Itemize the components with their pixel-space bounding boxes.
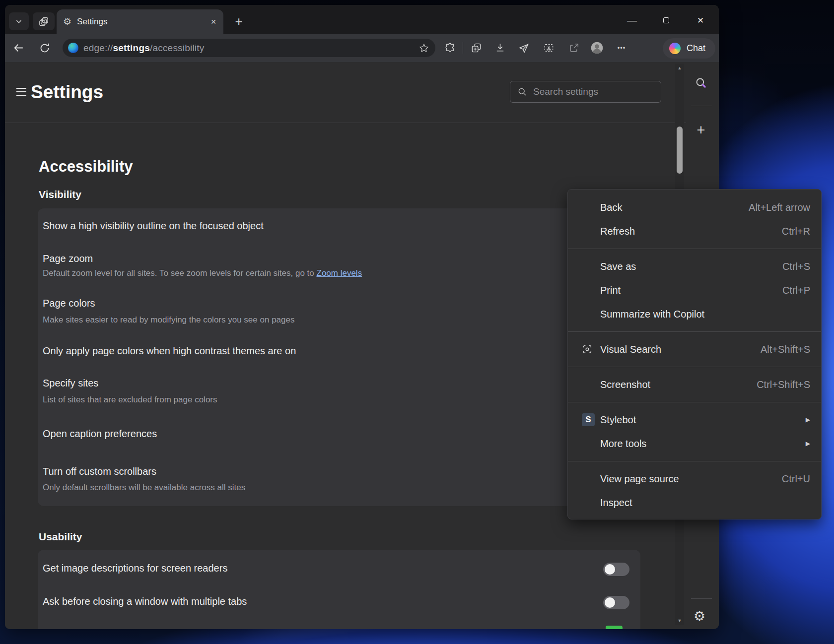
collections-button[interactable]	[470, 34, 482, 62]
screenshot-scissors-icon	[543, 42, 555, 54]
page-title: Settings	[31, 82, 103, 103]
window-close-button[interactable]: ✕	[689, 10, 712, 30]
zoom-levels-link[interactable]: Zoom levels	[317, 268, 362, 278]
rail-divider-bottom	[691, 598, 712, 599]
menu-item-inspect[interactable]: Inspect	[568, 491, 821, 515]
navigation-bar: edge://settings/accessibility	[5, 34, 719, 62]
active-tab[interactable]: ⚙ Settings ✕	[57, 9, 223, 34]
minimize-icon: —	[627, 15, 637, 26]
sidebar-add-button[interactable]: +	[694, 123, 708, 137]
settings-search-input[interactable]: Search settings	[510, 81, 661, 103]
extensions-button[interactable]	[444, 34, 456, 62]
url-path: /accessibility	[150, 43, 204, 53]
menu-item-more-tools[interactable]: More tools ▶	[568, 432, 821, 455]
web-capture-button[interactable]	[543, 34, 555, 62]
star-icon	[418, 43, 429, 54]
sidebar-settings-button[interactable]: ⚙	[692, 609, 707, 624]
menu-item-summarize-copilot[interactable]: Summarize with Copilot	[568, 302, 821, 326]
url-scheme: edge://	[83, 43, 113, 53]
setting-row-ask-before-closing: Ask before closing a window with multipl…	[43, 596, 247, 607]
window-minimize-button[interactable]: —	[621, 10, 643, 30]
setting-row-specify-sites[interactable]: Specify sites	[43, 378, 98, 389]
scroll-up-icon[interactable]: ▲	[675, 65, 684, 70]
puzzle-icon	[444, 42, 456, 54]
setting-row-image-descriptions: Get image descriptions for screen reader…	[43, 563, 227, 574]
usability-card: Get image descriptions for screen reader…	[38, 550, 640, 629]
download-icon	[494, 42, 506, 54]
back-button[interactable]	[12, 34, 25, 62]
gear-icon: ⚙	[694, 608, 705, 624]
menu-separator	[568, 367, 821, 367]
setting-row-high-visibility-outline[interactable]: Show a high visibility outline on the fo…	[43, 220, 264, 232]
visibility-card: Show a high visibility outline on the fo…	[38, 208, 640, 506]
header-divider	[5, 123, 686, 123]
menu-item-screenshot[interactable]: Screenshot Ctrl+Shift+S	[568, 373, 821, 396]
settings-menu-button[interactable]	[16, 88, 26, 96]
tab-favicon-gear-icon: ⚙	[63, 17, 71, 26]
ellipsis-icon: •••	[618, 44, 626, 52]
stylebot-icon: S	[582, 413, 595, 426]
share-button[interactable]	[568, 34, 580, 62]
plus-icon: +	[697, 122, 705, 138]
tab-search-dropdown-button[interactable]	[9, 12, 29, 30]
avatar	[590, 41, 604, 55]
collections-icon	[471, 42, 482, 54]
visibility-heading: Visibility	[39, 189, 81, 200]
rail-divider-top	[691, 106, 712, 106]
workspaces-button[interactable]	[33, 12, 55, 30]
refresh-button[interactable]	[38, 34, 52, 62]
send-to-devices-button[interactable]	[518, 34, 530, 62]
workspaces-icon	[38, 16, 50, 27]
sidebar-search-button[interactable]	[694, 76, 708, 90]
profile-button[interactable]	[590, 34, 604, 62]
menu-item-view-page-source[interactable]: View page source Ctrl+U	[568, 467, 821, 491]
image-descriptions-toggle[interactable]	[603, 563, 629, 576]
tab-close-icon[interactable]: ✕	[210, 18, 216, 26]
scroll-down-icon[interactable]: ▼	[675, 618, 684, 623]
plus-icon: +	[235, 14, 242, 29]
back-arrow-icon	[12, 42, 25, 54]
search-placeholder: Search settings	[533, 86, 598, 97]
custom-scrollbars-description: Only default scrollbars will be availabl…	[43, 483, 245, 493]
url-text[interactable]: edge://settings/accessibility	[83, 43, 418, 54]
url-host: settings	[113, 43, 150, 53]
chat-label: Chat	[687, 43, 705, 54]
menu-separator	[568, 331, 821, 332]
menu-item-back[interactable]: Back Alt+Left arrow	[568, 195, 821, 219]
copilot-logo-icon	[669, 43, 681, 54]
share-icon	[568, 42, 580, 54]
more-options-button[interactable]: •••	[615, 34, 628, 62]
setting-row-caption-preferences[interactable]: Open caption preferences	[43, 428, 157, 440]
address-bar[interactable]: edge://settings/accessibility	[63, 39, 435, 57]
specify-sites-description: List of sites that are excluded from pag…	[43, 395, 217, 405]
window-maximize-button[interactable]	[655, 10, 678, 30]
chevron-down-icon	[13, 16, 24, 27]
setting-row-only-apply-page-colors[interactable]: Only apply page colors when high contras…	[43, 345, 296, 357]
partial-toggle-on[interactable]	[606, 626, 623, 629]
menu-item-print[interactable]: Print Ctrl+P	[568, 278, 821, 302]
menu-item-visual-search[interactable]: Visual Search Alt+Shift+S	[568, 337, 821, 361]
edge-logo-icon	[68, 43, 78, 53]
new-tab-button[interactable]: +	[229, 12, 248, 31]
submenu-arrow-icon: ▶	[806, 440, 810, 447]
downloads-button[interactable]	[494, 34, 506, 62]
scrollbar-thumb[interactable]	[677, 127, 683, 174]
menu-item-save-as[interactable]: Save as Ctrl+S	[568, 255, 821, 278]
toggle-knob	[605, 597, 615, 608]
accessibility-heading: Accessibility	[39, 158, 133, 176]
page-colors-description: Make sites easier to read by modifying t…	[43, 315, 294, 325]
ask-before-closing-toggle[interactable]	[603, 596, 629, 609]
menu-item-refresh[interactable]: Refresh Ctrl+R	[568, 219, 821, 243]
menu-item-stylebot[interactable]: S Stylebot ▶	[568, 408, 821, 432]
toolbar-divider	[463, 42, 463, 54]
paper-plane-icon	[518, 42, 530, 54]
bing-search-icon	[695, 76, 707, 89]
tab-bar: ⚙ Settings ✕ + — ✕	[5, 5, 719, 34]
setting-row-page-colors[interactable]: Page colors	[43, 298, 95, 309]
page-zoom-description: Default zoom level for all sites. To see…	[43, 268, 362, 278]
copilot-chat-button[interactable]: Chat	[663, 38, 715, 59]
add-favorite-button[interactable]	[418, 43, 429, 54]
menu-separator	[568, 461, 821, 461]
setting-row-page-zoom[interactable]: Page zoom	[43, 253, 93, 264]
setting-row-custom-scrollbars[interactable]: Turn off custom scrollbars	[43, 466, 156, 477]
